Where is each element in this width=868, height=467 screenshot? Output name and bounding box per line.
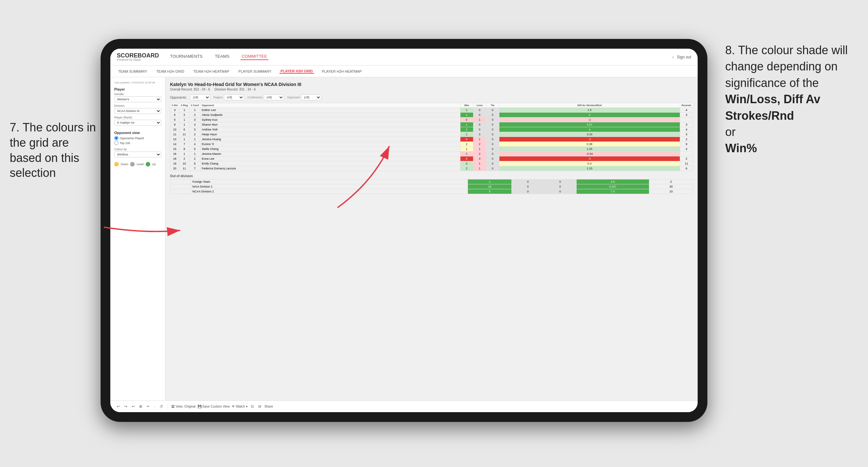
radio-opponents-played[interactable]: Opponents Played <box>114 136 161 140</box>
table-cell: 0 <box>486 127 499 132</box>
table-cell: 1 <box>473 147 486 152</box>
cell-reg: 8 <box>180 147 189 152</box>
table-cell: 5 <box>468 189 512 194</box>
cell-opponent: Andrea York <box>200 127 460 132</box>
player-rank-select[interactable]: 8. Katelyn Vo <box>114 120 161 126</box>
cell-rounds: 2 <box>680 137 693 142</box>
header-tie: Tie <box>486 103 499 108</box>
cell-reg: 11 <box>180 166 189 171</box>
right-content: Katelyn Vo Head-to-Head Grid for Women's… <box>165 77 698 401</box>
table-cell: 0.38 <box>499 142 680 147</box>
nav-link-teams[interactable]: TEAMS <box>214 54 231 60</box>
cell-ood-rounds: 30 <box>649 184 693 189</box>
filter-region-select[interactable]: (All) <box>224 94 244 100</box>
table-cell: 0 <box>486 113 499 118</box>
header-win: Win <box>460 103 473 108</box>
cell-div: 6 <box>170 118 180 122</box>
cell-reg: 1 <box>180 108 189 113</box>
filter-row: Opponents: (All) Region (All) Conference <box>170 94 693 100</box>
cell-opponent: Stella Cheng <box>200 147 460 152</box>
gender-select[interactable]: Women's <box>114 96 161 102</box>
grid-subtitle: Overall Record: 353 - 34 - 6 Division Re… <box>170 88 693 91</box>
cell-opponent: Sydney Kuo <box>200 118 460 122</box>
cell-rounds <box>680 152 693 156</box>
cell-ood-rounds: 2 <box>649 180 693 184</box>
sub-nav-team-summary[interactable]: TEAM SUMMARY <box>117 69 149 73</box>
header-reg: # Reg <box>180 103 189 108</box>
table-cell: 0 <box>512 184 544 189</box>
colour-by-select[interactable]: Win/loss <box>114 152 161 157</box>
cell-opponent: Esther Lee <box>200 108 460 113</box>
toolbar-timer[interactable]: ⏱ <box>158 404 164 409</box>
cell-conf: 1 <box>189 108 200 113</box>
table-row: 16 1 1 Jessica Mason 1 2 0 -0.94 <box>170 152 693 156</box>
toolbar-btn2[interactable]: ⊟ <box>257 404 262 409</box>
sub-nav-player-summary[interactable]: PLAYER SUMMARY <box>237 69 273 73</box>
sub-nav-team-h2h-grid[interactable]: TEAM H2H GRID <box>155 69 186 73</box>
table-cell: 0 <box>486 108 499 113</box>
bottom-toolbar: ↩ ↪ ↩ ⊞ ✂ · ⏱ 🖼 View: Original 💾 Save Cu… <box>110 401 698 412</box>
sub-nav-player-h2h-grid[interactable]: PLAYER H2H GRID <box>279 69 314 74</box>
table-cell: 0 <box>486 156 499 161</box>
toolbar-btn1[interactable]: ⊡ <box>250 404 255 409</box>
annotation-right: 8. The colour shade will change dependin… <box>725 42 862 157</box>
nav-link-tournaments[interactable]: TOURNAMENTS <box>169 54 204 60</box>
table-cell: 1.33 <box>499 166 680 171</box>
table-cell: 0 <box>460 156 473 161</box>
nav-right: › Sign out <box>672 55 691 59</box>
toolbar-view-original[interactable]: 🖼 View: Original <box>171 405 196 408</box>
table-cell: 0 <box>486 147 499 152</box>
filter-opponent: Opponent (All) <box>287 94 321 100</box>
toolbar-save-custom[interactable]: 💾 Save Custom View <box>197 405 230 408</box>
table-row: 11 11 2 Heejo Hyun 1 0 0 3.33 3 <box>170 132 693 137</box>
table-cell: 0 <box>473 113 486 118</box>
filter-opponent-select[interactable]: (All) <box>301 94 321 100</box>
table-cell: 0 <box>486 152 499 156</box>
toolbar-redo[interactable]: ↪ <box>123 404 128 409</box>
table-row: 10 6 3 Andrea York 2 0 0 4 4 <box>170 127 693 132</box>
sign-out-link[interactable]: Sign out <box>677 55 691 59</box>
table-cell: 0 <box>486 122 499 127</box>
table-cell: 0 <box>460 137 473 142</box>
sub-nav-player-h2h-heatmap[interactable]: PLAYER H2H HEATMAP <box>320 69 363 73</box>
cell-reg: 1 <box>180 122 189 127</box>
toolbar-undo2[interactable]: ↩ <box>130 404 136 409</box>
cell-opponent: Euna Lee <box>200 156 460 161</box>
table-row: 18 2 2 Euna Lee 0 3 0 -5 2 <box>170 156 693 161</box>
table-cell: 1 <box>460 147 473 152</box>
cell-div: 20 <box>170 166 180 171</box>
toolbar-share[interactable]: Share <box>265 405 273 408</box>
division-select[interactable]: NCAA Division III <box>114 108 161 114</box>
cell-rounds: 11 <box>680 161 693 166</box>
table-row: 6 1 3 Sydney Kuo 0 1 0 -1 <box>170 118 693 122</box>
table-cell: 2 <box>473 152 486 156</box>
cell-opponent: Heejo Hyun <box>200 132 460 137</box>
cell-rounds: 4 <box>680 147 693 152</box>
table-row: 14 7 4 Eunice Yi 2 2 0 0.38 9 <box>170 142 693 147</box>
cell-conf: 2 <box>189 156 200 161</box>
table-cell: -1 <box>499 118 680 122</box>
legend-label-down: Down <box>121 163 128 166</box>
toolbar-cut[interactable]: ✂ <box>145 404 151 409</box>
colour-by-section: Colour by Win/loss <box>114 148 161 159</box>
table-cell: 0 <box>512 189 544 194</box>
table-cell: 0 <box>486 142 499 147</box>
radio-group: Opponents Played Top 100 <box>114 136 161 145</box>
toolbar-grid[interactable]: ⊞ <box>138 404 144 409</box>
nav-link-committee[interactable]: COMMITTEE <box>241 54 268 60</box>
cell-rounds: 3 <box>680 132 693 137</box>
ood-row: NCAA Division 2 5 0 0 7.4 10 <box>170 189 693 194</box>
cell-ood-rounds: 10 <box>649 189 693 194</box>
cell-rounds: 3 <box>680 113 693 118</box>
toolbar-watch[interactable]: 👁 Watch ▾ <box>232 405 248 408</box>
filter-conference-select[interactable]: (All) <box>264 94 284 100</box>
sub-nav-team-h2h-heatmap[interactable]: TEAM H2H HEATMAP <box>192 69 231 73</box>
cell-conf: 1 <box>189 137 200 142</box>
radio-top100[interactable]: Top 100 <box>114 141 161 145</box>
legend-dot-down <box>114 162 119 166</box>
filter-opponents-select[interactable]: (All) <box>190 94 210 100</box>
toolbar-undo[interactable]: ↩ <box>116 404 121 409</box>
logo: SCOREBOARD Powered by clippd <box>117 53 159 61</box>
toolbar-dot[interactable]: · <box>153 404 156 409</box>
ood-row: Foreign Team 1 0 0 4.5 2 <box>170 180 693 184</box>
